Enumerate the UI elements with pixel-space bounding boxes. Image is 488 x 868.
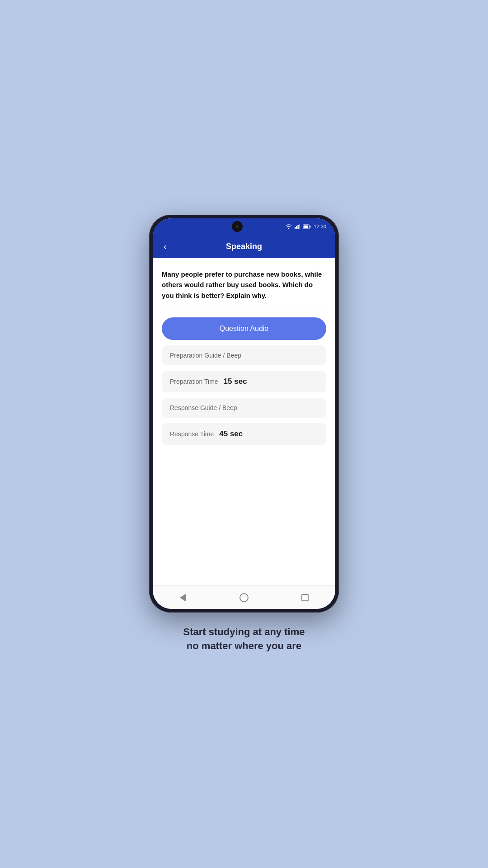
response-guide-label: Response Guide / Beep	[170, 404, 237, 411]
question-text: Many people prefer to purchase new books…	[162, 269, 326, 301]
nav-back-icon	[180, 594, 186, 602]
time-display: 12:30	[314, 224, 326, 229]
nav-bar	[153, 585, 335, 609]
back-icon: ‹	[164, 241, 167, 251]
status-right: 12:30	[286, 224, 326, 229]
signal-icon	[295, 224, 300, 229]
tagline: Start studying at any time no matter whe…	[183, 625, 305, 653]
preparation-guide-label: Preparation Guide / Beep	[170, 352, 241, 359]
camera-notch	[232, 221, 243, 232]
preparation-time-row[interactable]: Preparation Time 15 sec	[162, 371, 326, 392]
preparation-time-value: 15 sec	[224, 377, 247, 386]
svg-rect-3	[299, 224, 300, 229]
wifi-icon	[286, 224, 292, 229]
app-bar-title: Speaking	[226, 242, 262, 251]
svg-rect-6	[310, 226, 311, 227]
phone-frame: 12:30 ‹ Speaking Many people prefer to p…	[149, 215, 339, 613]
divider	[162, 310, 326, 310]
svg-rect-2	[298, 225, 299, 229]
nav-home-button[interactable]	[236, 590, 252, 606]
content-area: Many people prefer to purchase new books…	[153, 258, 335, 585]
response-time-row[interactable]: Response Time 45 sec	[162, 423, 326, 445]
nav-recents-icon	[301, 594, 309, 601]
response-guide-row[interactable]: Response Guide / Beep	[162, 398, 326, 418]
response-time-label: Response Time	[170, 430, 214, 438]
phone-screen: 12:30 ‹ Speaking Many people prefer to p…	[153, 218, 335, 609]
svg-rect-1	[296, 226, 298, 229]
back-button[interactable]: ‹	[160, 238, 170, 255]
svg-rect-5	[304, 225, 308, 228]
tagline-line2: no matter where you are	[183, 639, 305, 653]
camera-dot	[235, 225, 239, 228]
preparation-guide-row[interactable]: Preparation Guide / Beep	[162, 345, 326, 365]
app-bar: ‹ Speaking	[153, 235, 335, 258]
svg-rect-0	[295, 227, 296, 229]
question-audio-button[interactable]: Question Audio	[162, 317, 326, 340]
nav-back-button[interactable]	[175, 590, 191, 606]
response-time-value: 45 sec	[219, 429, 243, 439]
nav-home-icon	[239, 593, 249, 602]
battery-icon	[303, 224, 311, 229]
tagline-line1: Start studying at any time	[183, 625, 305, 639]
status-bar: 12:30	[153, 218, 335, 235]
preparation-time-label: Preparation Time	[170, 378, 218, 385]
nav-recents-button[interactable]	[297, 590, 313, 606]
